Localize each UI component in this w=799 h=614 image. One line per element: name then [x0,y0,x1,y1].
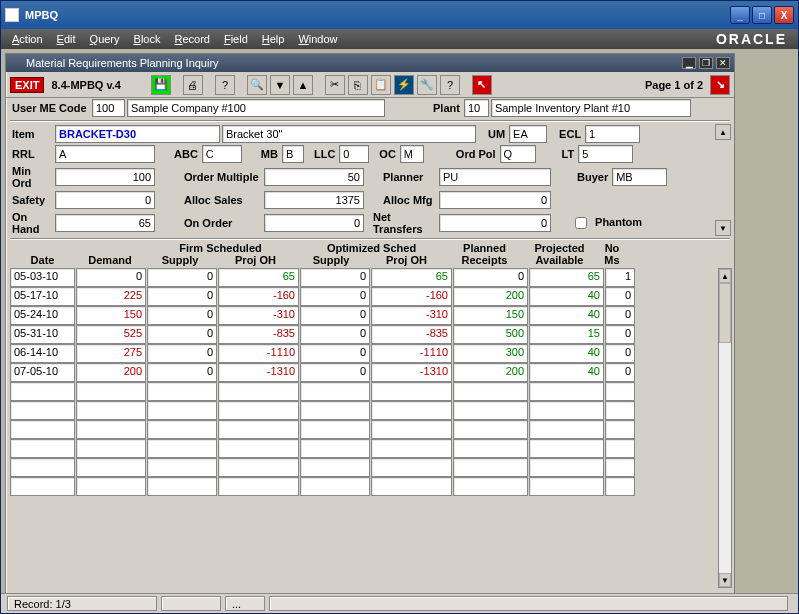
cell-fs_supply[interactable]: 0 [147,268,217,287]
cell-demand[interactable] [76,458,146,477]
cell-projected[interactable]: 40 [529,306,604,325]
cell-os_supply[interactable] [300,401,370,420]
cell-projected[interactable] [529,382,604,401]
cell-demand[interactable]: 0 [76,268,146,287]
menu-block[interactable]: Block [129,33,166,45]
cell-demand[interactable] [76,420,146,439]
sub-restore[interactable]: ❐ [699,57,713,69]
cell-date[interactable] [10,420,75,439]
prev-page-icon[interactable]: ↖ [472,75,492,95]
tools-icon[interactable]: 🔧 [417,75,437,95]
cell-os_proj[interactable]: 65 [371,268,452,287]
cell-fs_supply[interactable] [147,477,217,496]
cell-noms[interactable] [605,458,635,477]
cell-demand[interactable] [76,382,146,401]
cell-demand[interactable]: 150 [76,306,146,325]
cell-os_supply[interactable] [300,420,370,439]
ordpol-field[interactable] [500,145,536,163]
execute-icon[interactable]: ⚡ [394,75,414,95]
cell-os_proj[interactable]: -835 [371,325,452,344]
filter-down-icon[interactable]: ▼ [270,75,290,95]
cell-planned[interactable] [453,477,528,496]
cell-fs_proj[interactable]: -835 [218,325,299,344]
mb-field[interactable] [282,145,304,163]
menu-record[interactable]: Record [169,33,214,45]
table-row[interactable] [10,382,716,401]
cell-demand[interactable] [76,477,146,496]
cell-fs_supply[interactable] [147,458,217,477]
cell-noms[interactable] [605,439,635,458]
cell-noms[interactable]: 0 [605,287,635,306]
cell-os_proj[interactable] [371,477,452,496]
cut-icon[interactable]: ✂ [325,75,345,95]
save-icon[interactable]: 💾 [151,75,171,95]
cell-os_proj[interactable]: -310 [371,306,452,325]
nettrans-field[interactable] [439,214,551,232]
menu-query[interactable]: Query [85,33,125,45]
table-row[interactable]: 05-17-102250-1600-160200400 [10,287,716,306]
print-icon[interactable]: 🖨 [183,75,203,95]
table-row[interactable]: 05-31-105250-8350-835500150 [10,325,716,344]
cell-date[interactable]: 05-31-10 [10,325,75,344]
cell-date[interactable] [10,439,75,458]
cell-fs_supply[interactable] [147,401,217,420]
cell-date[interactable]: 05-17-10 [10,287,75,306]
cell-projected[interactable] [529,401,604,420]
allocsales-field[interactable] [264,191,364,209]
cell-fs_supply[interactable] [147,420,217,439]
cell-noms[interactable] [605,382,635,401]
item-field[interactable] [55,125,220,143]
cell-noms[interactable]: 0 [605,363,635,382]
lt-field[interactable] [578,145,633,163]
phantom-checkbox[interactable] [575,217,587,229]
table-row[interactable]: 05-24-101500-3100-310150400 [10,306,716,325]
cell-noms[interactable]: 1 [605,268,635,287]
minord-field[interactable] [55,168,155,186]
cell-demand[interactable] [76,401,146,420]
cell-date[interactable]: 07-05-10 [10,363,75,382]
llc-field[interactable] [339,145,369,163]
cell-planned[interactable]: 200 [453,363,528,382]
cell-fs_proj[interactable] [218,458,299,477]
cell-date[interactable]: 06-14-10 [10,344,75,363]
cell-projected[interactable]: 40 [529,344,604,363]
cell-fs_supply[interactable]: 0 [147,363,217,382]
planner-field[interactable] [439,168,551,186]
onhand-field[interactable] [55,214,155,232]
cell-planned[interactable]: 300 [453,344,528,363]
cell-projected[interactable]: 65 [529,268,604,287]
cell-projected[interactable] [529,439,604,458]
cell-planned[interactable]: 500 [453,325,528,344]
cell-noms[interactable] [605,401,635,420]
cell-fs_supply[interactable]: 0 [147,287,217,306]
sub-close[interactable]: ✕ [716,57,730,69]
cell-projected[interactable]: 15 [529,325,604,344]
rrl-field[interactable] [55,145,155,163]
cell-planned[interactable] [453,420,528,439]
cell-projected[interactable] [529,420,604,439]
cell-fs_supply[interactable] [147,439,217,458]
cell-fs_proj[interactable]: -160 [218,287,299,306]
cell-date[interactable] [10,401,75,420]
cell-os_proj[interactable] [371,420,452,439]
menu-action[interactable]: Action [7,33,48,45]
cell-fs_proj[interactable] [218,382,299,401]
table-row[interactable]: 06-14-102750-11100-1110300400 [10,344,716,363]
scroll-up-icon[interactable]: ▲ [719,269,731,283]
plant-name-field[interactable] [491,99,691,117]
cell-fs_proj[interactable] [218,439,299,458]
table-row[interactable] [10,477,716,496]
cell-fs_proj[interactable]: -310 [218,306,299,325]
abc-field[interactable] [202,145,242,163]
menu-help[interactable]: Help [257,33,290,45]
filter-up-icon[interactable]: ▲ [293,75,313,95]
cell-date[interactable] [10,477,75,496]
buyer-field[interactable] [612,168,667,186]
cell-projected[interactable]: 40 [529,287,604,306]
search-icon[interactable]: ? [215,75,235,95]
cell-planned[interactable]: 150 [453,306,528,325]
cell-date[interactable]: 05-03-10 [10,268,75,287]
cell-fs_proj[interactable]: 65 [218,268,299,287]
cell-os_supply[interactable]: 0 [300,306,370,325]
table-row[interactable] [10,439,716,458]
